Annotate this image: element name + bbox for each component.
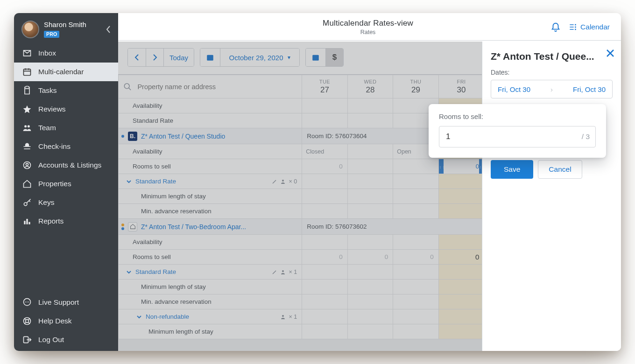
row-min-stay: Minimum length of stay [119, 189, 302, 204]
row-availability: Availability [119, 98, 302, 113]
chevron-down-icon [126, 269, 132, 275]
sidebar-item-properties[interactable]: Properties [14, 175, 118, 193]
date-range-picker[interactable]: Fri, Oct 30 › Fri, Oct 30 [491, 80, 613, 98]
page-subtitle: Rates [185, 29, 550, 35]
svg-rect-18 [312, 55, 319, 61]
chevron-down-icon [126, 179, 132, 184]
panel-title: Z* Anton Test / Quee... [491, 51, 613, 62]
chart-icon [22, 217, 32, 226]
save-button[interactable]: Save [491, 160, 533, 179]
sidebar-item-support[interactable]: Live Support [14, 293, 118, 312]
svg-point-5 [24, 203, 27, 206]
row-non-refundable[interactable]: Non-refundable × 1 [119, 309, 302, 324]
drag-handle-left-icon[interactable]: ⋮⋮ [439, 159, 444, 174]
sidebar-item-helpdesk[interactable]: Help Desk [14, 312, 118, 330]
notifications-button[interactable] [550, 22, 561, 32]
rooms-input-wrap: / 3 [439, 126, 596, 147]
person-icon [280, 179, 286, 184]
day-header: WED28 [347, 75, 393, 98]
property-name: Z* Anton Test / Queen Studio [141, 133, 225, 140]
calendar-link-label: Calendar [580, 23, 610, 31]
prev-button[interactable] [128, 49, 146, 66]
date-picker[interactable]: October 29, 2020 ▾ [220, 49, 299, 66]
edit-icon[interactable] [272, 269, 277, 275]
sidebar-item-reports[interactable]: Reports [14, 212, 118, 231]
sidebar-item-label: Inbox [38, 49, 56, 57]
pro-badge: PRO [44, 31, 59, 38]
view-rates-button[interactable]: $ [325, 49, 343, 66]
selected-cell[interactable]: ⋮⋮ 0 ⋮⋮ [438, 159, 484, 174]
sidebar-item-label: Help Desk [38, 317, 72, 325]
sidebar-item-label: Accounts & Listings [38, 161, 101, 169]
edit-panel: Z* Anton Test / Quee... Dates: Fri, Oct … [482, 42, 621, 351]
svg-point-1 [24, 125, 27, 127]
sidebar-item-logout[interactable]: Log Out [14, 330, 118, 349]
row-standard-rate: Standard Rate [119, 113, 302, 128]
property-row[interactable]: Z* Anton Test / Two-Bedroom Apar... [119, 219, 302, 235]
row-min-advance: Min. advance reservation [119, 204, 302, 219]
view-calendar-button[interactable] [306, 49, 325, 66]
sidebar-item-keys[interactable]: Keys [14, 193, 118, 212]
sidebar-item-reviews[interactable]: Reviews [14, 100, 118, 119]
svg-rect-7 [26, 219, 28, 224]
person-icon [280, 269, 286, 275]
sidebar: Sharon Smith PRO Inbox Multi-calendar Ta… [14, 13, 118, 351]
cell[interactable]: 0 [347, 250, 393, 265]
close-panel-icon[interactable] [606, 49, 614, 57]
row-rooms-to-sell: Rooms to sell [119, 159, 302, 174]
svg-point-21 [282, 270, 284, 272]
svg-rect-17 [207, 55, 213, 57]
header: Multicalendar Rates-view Rates Calendar [118, 13, 621, 41]
status-dots-icon [121, 224, 124, 230]
property-search-input[interactable] [136, 83, 297, 91]
account-icon [22, 161, 32, 170]
sidebar-item-inbox[interactable]: Inbox [14, 44, 118, 63]
sidebar-item-accounts[interactable]: Accounts & Listings [14, 156, 118, 175]
date-icon-button[interactable] [200, 49, 220, 66]
day-header: TUE27 [302, 75, 348, 98]
team-icon [22, 123, 32, 133]
row-min-stay: Minimum length of stay [119, 280, 302, 294]
sidebar-item-label: Tasks [38, 86, 57, 95]
next-button[interactable] [146, 49, 163, 66]
sidebar-item-label: Log Out [38, 336, 64, 344]
property-row[interactable]: B. Z* Anton Test / Queen Studio [119, 128, 302, 144]
user-name: Sharon Smith [44, 21, 86, 29]
page-title: Multicalendar Rates-view [185, 19, 550, 28]
rooms-input[interactable] [445, 132, 582, 142]
sidebar-item-tasks[interactable]: Tasks [14, 81, 118, 100]
platform-booking-icon: B. [128, 132, 137, 141]
cell[interactable] [393, 159, 439, 174]
chat-icon [22, 298, 32, 307]
cell[interactable]: 0 [302, 250, 348, 265]
collapse-sidebar-icon[interactable] [106, 26, 111, 33]
sidebar-item-label: Keys [38, 198, 54, 207]
status-dot-icon [121, 135, 124, 138]
logout-icon [22, 335, 32, 344]
edit-icon[interactable] [272, 179, 277, 184]
cell[interactable] [347, 159, 393, 174]
sidebar-item-label: Reviews [38, 105, 66, 113]
sidebar-item-multicalendar[interactable]: Multi-calendar [14, 63, 118, 81]
svg-point-19 [124, 84, 129, 89]
avatar[interactable] [21, 21, 39, 38]
calendar-link[interactable]: Calendar [568, 22, 610, 32]
svg-point-12 [28, 301, 29, 302]
main-area: Multicalendar Rates-view Rates Calendar … [118, 13, 621, 351]
cell[interactable]: 0 [393, 250, 439, 265]
svg-point-2 [28, 125, 30, 127]
day-header: FRI30 [438, 75, 484, 98]
cancel-button[interactable]: Cancel [538, 160, 582, 179]
today-button[interactable]: Today [163, 49, 194, 66]
sidebar-item-label: Check-ins [38, 142, 71, 151]
sidebar-item-team[interactable]: Team [14, 119, 118, 137]
cell[interactable]: 0 [438, 250, 484, 265]
row-rate[interactable]: Standard Rate × 0 [119, 174, 302, 189]
property-search[interactable] [123, 82, 297, 91]
row-rate[interactable]: Standard Rate × 1 [119, 265, 302, 280]
sidebar-item-checkins[interactable]: Check-ins [14, 137, 118, 156]
cell[interactable]: 0 [302, 159, 348, 174]
platform-home-icon [128, 222, 137, 231]
sidebar-item-label: Live Support [38, 298, 79, 307]
bell-icon [22, 142, 32, 151]
